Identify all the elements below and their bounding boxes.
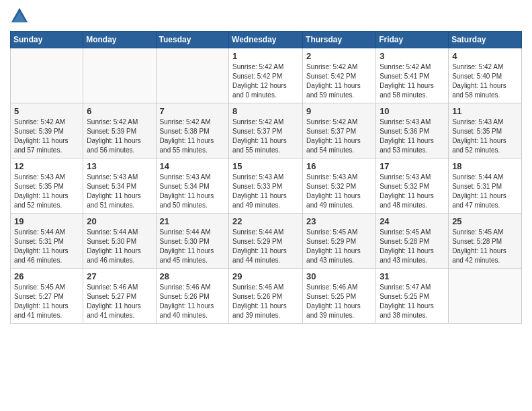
calendar-cell: 15Sunrise: 5:43 AM Sunset: 5:33 PM Dayli… — [229, 158, 303, 214]
calendar-cell — [11, 48, 83, 103]
calendar-cell: 24Sunrise: 5:45 AM Sunset: 5:28 PM Dayli… — [376, 214, 449, 269]
weekday-header-sunday: Sunday — [11, 32, 83, 48]
day-info: Sunrise: 5:42 AM Sunset: 5:39 PM Dayligh… — [14, 118, 79, 155]
calendar-cell: 27Sunrise: 5:46 AM Sunset: 5:27 PM Dayli… — [83, 269, 156, 324]
day-info: Sunrise: 5:46 AM Sunset: 5:26 PM Dayligh… — [160, 283, 226, 320]
day-info: Sunrise: 5:43 AM Sunset: 5:34 PM Dayligh… — [160, 173, 226, 210]
day-info: Sunrise: 5:46 AM Sunset: 5:25 PM Dayligh… — [306, 283, 372, 320]
day-info: Sunrise: 5:46 AM Sunset: 5:27 PM Dayligh… — [87, 283, 152, 320]
day-number: 6 — [87, 106, 152, 116]
calendar-cell: 22Sunrise: 5:44 AM Sunset: 5:29 PM Dayli… — [229, 214, 303, 269]
calendar-cell: 16Sunrise: 5:43 AM Sunset: 5:32 PM Dayli… — [303, 158, 376, 214]
day-info: Sunrise: 5:44 AM Sunset: 5:30 PM Dayligh… — [87, 228, 152, 265]
day-info: Sunrise: 5:43 AM Sunset: 5:33 PM Dayligh… — [232, 173, 299, 210]
calendar-cell: 14Sunrise: 5:43 AM Sunset: 5:34 PM Dayli… — [156, 158, 229, 214]
calendar-cell: 25Sunrise: 5:45 AM Sunset: 5:28 PM Dayli… — [449, 214, 522, 269]
day-number: 20 — [87, 216, 152, 226]
day-number: 18 — [452, 161, 518, 171]
day-number: 10 — [380, 106, 445, 116]
day-info: Sunrise: 5:42 AM Sunset: 5:42 PM Dayligh… — [232, 62, 299, 100]
day-number: 12 — [14, 161, 79, 171]
calendar-cell: 18Sunrise: 5:44 AM Sunset: 5:31 PM Dayli… — [449, 158, 522, 214]
calendar-week-row: 12Sunrise: 5:43 AM Sunset: 5:35 PM Dayli… — [11, 158, 522, 214]
day-number: 31 — [380, 271, 445, 281]
calendar-cell: 10Sunrise: 5:43 AM Sunset: 5:36 PM Dayli… — [376, 103, 449, 158]
day-info: Sunrise: 5:45 AM Sunset: 5:28 PM Dayligh… — [380, 228, 445, 265]
day-info: Sunrise: 5:42 AM Sunset: 5:41 PM Dayligh… — [380, 62, 445, 100]
day-number: 19 — [14, 216, 79, 226]
day-info: Sunrise: 5:42 AM Sunset: 5:37 PM Dayligh… — [306, 118, 372, 155]
weekday-header-friday: Friday — [376, 32, 449, 48]
calendar-week-row: 1Sunrise: 5:42 AM Sunset: 5:42 PM Daylig… — [11, 48, 522, 103]
day-number: 22 — [232, 216, 299, 226]
weekday-header-monday: Monday — [83, 32, 156, 48]
day-number: 9 — [306, 106, 372, 116]
day-info: Sunrise: 5:44 AM Sunset: 5:31 PM Dayligh… — [14, 228, 79, 265]
calendar-week-row: 19Sunrise: 5:44 AM Sunset: 5:31 PM Dayli… — [11, 214, 522, 269]
calendar-week-row: 26Sunrise: 5:45 AM Sunset: 5:27 PM Dayli… — [11, 269, 522, 324]
calendar-cell: 31Sunrise: 5:47 AM Sunset: 5:25 PM Dayli… — [376, 269, 449, 324]
calendar-cell: 28Sunrise: 5:46 AM Sunset: 5:26 PM Dayli… — [156, 269, 229, 324]
day-number: 29 — [232, 271, 299, 281]
calendar-cell: 21Sunrise: 5:44 AM Sunset: 5:30 PM Dayli… — [156, 214, 229, 269]
calendar-cell: 19Sunrise: 5:44 AM Sunset: 5:31 PM Dayli… — [11, 214, 83, 269]
day-info: Sunrise: 5:44 AM Sunset: 5:30 PM Dayligh… — [160, 228, 226, 265]
day-info: Sunrise: 5:43 AM Sunset: 5:35 PM Dayligh… — [14, 173, 79, 210]
day-number: 16 — [306, 161, 372, 171]
calendar-cell: 23Sunrise: 5:45 AM Sunset: 5:29 PM Dayli… — [303, 214, 376, 269]
calendar-cell — [83, 48, 156, 103]
day-info: Sunrise: 5:45 AM Sunset: 5:29 PM Dayligh… — [306, 228, 372, 265]
day-info: Sunrise: 5:43 AM Sunset: 5:32 PM Dayligh… — [306, 173, 372, 210]
day-info: Sunrise: 5:45 AM Sunset: 5:28 PM Dayligh… — [452, 228, 518, 265]
calendar-cell: 8Sunrise: 5:42 AM Sunset: 5:37 PM Daylig… — [229, 103, 303, 158]
calendar-cell: 7Sunrise: 5:42 AM Sunset: 5:38 PM Daylig… — [156, 103, 229, 158]
calendar-cell: 26Sunrise: 5:45 AM Sunset: 5:27 PM Dayli… — [11, 269, 83, 324]
calendar-cell: 12Sunrise: 5:43 AM Sunset: 5:35 PM Dayli… — [11, 158, 83, 214]
day-number: 2 — [306, 51, 372, 61]
day-number: 17 — [380, 161, 445, 171]
day-number: 26 — [14, 271, 79, 281]
day-info: Sunrise: 5:42 AM Sunset: 5:40 PM Dayligh… — [452, 62, 518, 100]
day-number: 28 — [160, 271, 226, 281]
day-number: 4 — [452, 51, 518, 61]
day-number: 5 — [14, 106, 79, 116]
day-info: Sunrise: 5:42 AM Sunset: 5:42 PM Dayligh… — [306, 62, 372, 100]
day-info: Sunrise: 5:43 AM Sunset: 5:35 PM Dayligh… — [452, 118, 518, 155]
day-number: 8 — [232, 106, 299, 116]
day-number: 24 — [380, 216, 445, 226]
day-number: 13 — [87, 161, 152, 171]
weekday-header-wednesday: Wednesday — [229, 32, 303, 48]
calendar-cell: 13Sunrise: 5:43 AM Sunset: 5:34 PM Dayli… — [83, 158, 156, 214]
main-container: SundayMondayTuesdayWednesdayThursdayFrid… — [0, 0, 532, 334]
calendar-table: SundayMondayTuesdayWednesdayThursdayFrid… — [10, 31, 522, 324]
day-info: Sunrise: 5:44 AM Sunset: 5:31 PM Dayligh… — [452, 173, 518, 210]
calendar-cell: 11Sunrise: 5:43 AM Sunset: 5:35 PM Dayli… — [449, 103, 522, 158]
day-info: Sunrise: 5:42 AM Sunset: 5:37 PM Dayligh… — [232, 118, 299, 155]
header — [10, 7, 522, 26]
calendar-cell — [449, 269, 522, 324]
calendar-cell: 3Sunrise: 5:42 AM Sunset: 5:41 PM Daylig… — [376, 48, 449, 103]
calendar-cell: 9Sunrise: 5:42 AM Sunset: 5:37 PM Daylig… — [303, 103, 376, 158]
day-number: 23 — [306, 216, 372, 226]
day-info: Sunrise: 5:43 AM Sunset: 5:34 PM Dayligh… — [87, 173, 152, 210]
calendar-cell: 6Sunrise: 5:42 AM Sunset: 5:39 PM Daylig… — [83, 103, 156, 158]
calendar-cell: 4Sunrise: 5:42 AM Sunset: 5:40 PM Daylig… — [449, 48, 522, 103]
calendar-cell: 29Sunrise: 5:46 AM Sunset: 5:26 PM Dayli… — [229, 269, 303, 324]
day-number: 27 — [87, 271, 152, 281]
day-number: 1 — [232, 51, 299, 61]
calendar-cell: 20Sunrise: 5:44 AM Sunset: 5:30 PM Dayli… — [83, 214, 156, 269]
day-number: 15 — [232, 161, 299, 171]
day-number: 21 — [160, 216, 226, 226]
day-info: Sunrise: 5:42 AM Sunset: 5:39 PM Dayligh… — [87, 118, 152, 155]
day-number: 14 — [160, 161, 226, 171]
weekday-header-row: SundayMondayTuesdayWednesdayThursdayFrid… — [11, 32, 522, 48]
day-number: 3 — [380, 51, 445, 61]
calendar-cell: 2Sunrise: 5:42 AM Sunset: 5:42 PM Daylig… — [303, 48, 376, 103]
calendar-cell: 17Sunrise: 5:43 AM Sunset: 5:32 PM Dayli… — [376, 158, 449, 214]
day-number: 11 — [452, 106, 518, 116]
day-info: Sunrise: 5:47 AM Sunset: 5:25 PM Dayligh… — [380, 283, 445, 320]
day-number: 7 — [160, 106, 226, 116]
day-info: Sunrise: 5:43 AM Sunset: 5:36 PM Dayligh… — [380, 118, 445, 155]
day-number: 25 — [452, 216, 518, 226]
calendar-cell: 5Sunrise: 5:42 AM Sunset: 5:39 PM Daylig… — [11, 103, 83, 158]
